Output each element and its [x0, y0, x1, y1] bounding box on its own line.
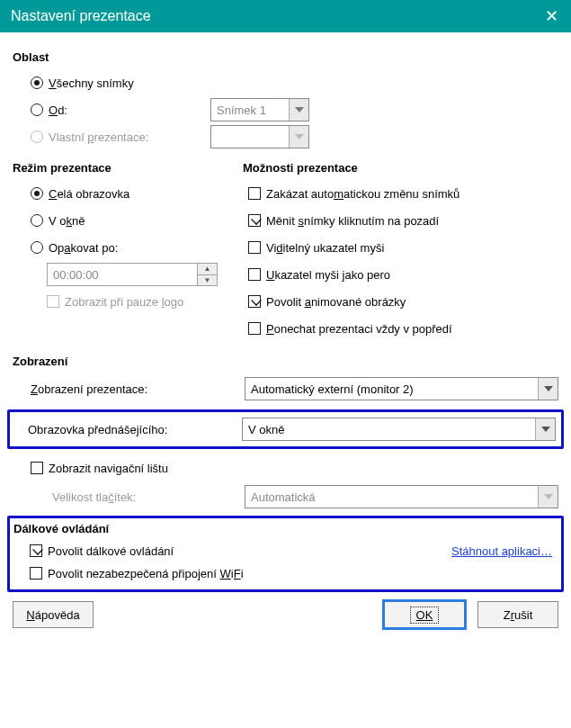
label-presentation-display: Zobrazení prezentace:: [31, 382, 245, 396]
check-pointer-as-pen[interactable]: [248, 268, 261, 281]
duration-value: 00:00:00: [53, 268, 99, 282]
label-in-window: V okně: [49, 214, 85, 228]
label-from-slide: Od:: [49, 103, 210, 117]
check-always-on-top[interactable]: [248, 322, 261, 335]
titlebar: Nastavení prezentace ✕: [0, 0, 571, 32]
label-loop-after: Opakovat po:: [49, 241, 118, 255]
highlight-remote-group: Dálkové ovládání Povolit dálkové ovládán…: [7, 516, 564, 592]
label-allow-insecure-wifi: Povolit nezabezpečená připojení WiFi: [48, 567, 244, 580]
group-range-title: Oblast: [13, 50, 558, 64]
group-remote-title: Dálkové ovládání: [13, 522, 558, 535]
label-pause-logo: Zobrazit při pauze logo: [65, 295, 183, 309]
select-presentation-display-value: Automatický externí (monitor 2): [251, 382, 414, 396]
label-presenter-screen: Obrazovka přednášejícího:: [28, 423, 242, 436]
chevron-down-icon: [538, 378, 558, 400]
ok-button-label: OK: [410, 607, 440, 624]
select-custom-show: [210, 125, 309, 148]
chevron-down-icon: [289, 99, 308, 121]
help-button[interactable]: Nápověda: [13, 601, 94, 628]
label-allow-animations: Povolit animované obrázky: [266, 295, 406, 309]
group-display-title: Zobrazení: [13, 355, 558, 368]
chevron-down-icon: [535, 418, 555, 440]
check-visible-pointer[interactable]: [248, 241, 261, 254]
select-presenter-screen-value: V okně: [248, 423, 284, 436]
close-icon[interactable]: ✕: [531, 0, 571, 32]
help-button-label: Nápověda: [26, 608, 79, 622]
link-download-app[interactable]: Stáhnout aplikaci…: [451, 544, 552, 558]
duration-spinner: ▲ ▼: [197, 264, 217, 285]
window-title: Nastavení prezentace: [11, 8, 151, 24]
label-enable-remote: Povolit dálkové ovládání: [48, 544, 174, 558]
check-allow-animations[interactable]: [248, 295, 261, 308]
radio-custom-show: [31, 130, 43, 143]
cancel-button-label: Zrušit: [504, 608, 533, 622]
radio-loop-after[interactable]: [31, 241, 43, 254]
check-advance-on-click[interactable]: [248, 214, 261, 227]
spinner-up-icon: ▲: [198, 264, 217, 275]
check-show-navbar[interactable]: [31, 462, 43, 474]
radio-all-slides[interactable]: [31, 76, 43, 89]
label-fullscreen: Celá obrazovka: [49, 187, 129, 201]
highlight-presenter-row: Obrazovka přednášejícího: V okně: [7, 409, 564, 449]
select-button-size: Automatická: [245, 485, 558, 508]
select-presenter-screen[interactable]: V okně: [242, 418, 556, 441]
label-button-size: Velikost tlačítek:: [31, 490, 245, 504]
radio-from-slide[interactable]: [31, 103, 43, 116]
select-from-slide-value: Snímek 1: [217, 103, 266, 117]
ok-button[interactable]: OK: [384, 601, 465, 628]
label-pointer-as-pen: Ukazatel myši jako pero: [266, 268, 390, 282]
group-mode-title: Režim prezentace: [13, 161, 234, 175]
select-from-slide[interactable]: Snímek 1: [210, 98, 309, 121]
label-custom-show: Vlastní prezentace:: [49, 130, 210, 144]
radio-fullscreen[interactable]: [31, 187, 43, 200]
label-disable-auto-advance: Zakázat automatickou změnu snímků: [266, 187, 459, 201]
label-always-on-top: Ponechat prezentaci vždy v popředí: [266, 322, 452, 336]
label-advance-on-click: Měnit snímky kliknutím na pozadí: [266, 214, 439, 228]
cancel-button[interactable]: Zrušit: [477, 601, 558, 628]
spinner-down-icon: ▼: [198, 275, 217, 286]
group-options-title: Možnosti prezentace: [243, 161, 558, 175]
check-allow-insecure-wifi[interactable]: [30, 567, 42, 580]
select-button-size-value: Automatická: [251, 490, 316, 504]
label-show-navbar: Zobrazit navigační lištu: [49, 462, 168, 475]
chevron-down-icon: [289, 126, 308, 148]
check-pause-logo: [47, 295, 59, 308]
check-enable-remote[interactable]: [30, 544, 42, 557]
label-all-slides: Všechny snímky: [49, 76, 134, 90]
input-loop-duration: 00:00:00 ▲ ▼: [47, 263, 218, 286]
select-presentation-display[interactable]: Automatický externí (monitor 2): [245, 377, 558, 400]
chevron-down-icon: [538, 486, 558, 508]
check-disable-auto-advance[interactable]: [248, 187, 261, 200]
label-visible-pointer: Viditelný ukazatel myši: [266, 241, 384, 255]
radio-in-window[interactable]: [31, 214, 43, 227]
